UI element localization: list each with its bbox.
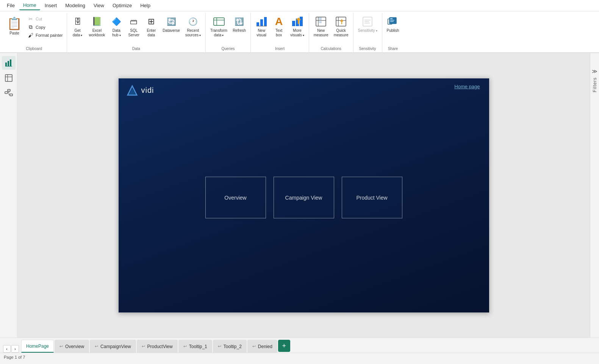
tab-next-button[interactable]: › (11, 345, 19, 353)
ribbon: 📋 Paste ✂ Cut ⧉ Copy 🖌 Format painter Cl… (0, 11, 599, 53)
sidebar-table-icon[interactable] (2, 71, 16, 85)
data-hub-button[interactable]: 🔷 Datahub▾ (108, 14, 125, 39)
tab-tooltip2[interactable]: ↩ Tooltip_2 (213, 340, 247, 353)
paste-button[interactable]: 📋 Paste (4, 14, 25, 37)
svg-rect-26 (390, 21, 394, 22)
tab-hidden-icon-3: ↩ (142, 344, 145, 349)
tab-productview[interactable]: ↩ ProductView (137, 340, 178, 353)
quick-measure-button[interactable]: Quickmeasure (332, 14, 351, 39)
ribbon-share: Publish Share (382, 13, 404, 52)
sensitivity-label: Sensitivity (356, 46, 380, 52)
enter-data-button[interactable]: ⊞ Enterdata (143, 14, 160, 39)
tab-tooltip1[interactable]: ↩ Tooltip_1 (178, 340, 212, 353)
menu-file[interactable]: File (3, 1, 19, 10)
vidi-logo-icon (126, 84, 138, 97)
tab-hidden-icon-6: ↩ (252, 344, 256, 349)
vidi-logo: vidi (126, 84, 154, 97)
tab-hidden-icon-5: ↩ (218, 344, 221, 349)
excel-workbook-button[interactable]: 📗 Excelworkbook (87, 14, 108, 39)
filters-label[interactable]: Filters (592, 77, 597, 92)
ribbon-sensitivity: Sensitivity▾ Sensitivity (353, 13, 382, 52)
sql-server-icon: 🗃 (128, 16, 140, 28)
new-visual-button[interactable]: Newvisual (253, 14, 270, 39)
publish-button[interactable]: Publish (385, 14, 402, 34)
add-tab-icon: + (282, 342, 286, 350)
svg-rect-5 (264, 17, 267, 26)
tab-tooltip1-label: Tooltip_1 (189, 344, 207, 349)
menu-insert[interactable]: Insert (41, 1, 61, 10)
svg-rect-36 (10, 94, 13, 96)
more-visuals-icon (291, 16, 303, 28)
svg-rect-4 (260, 19, 263, 26)
svg-rect-9 (300, 17, 303, 26)
add-tab-button[interactable]: + (278, 340, 290, 352)
overview-box[interactable]: Overview (205, 177, 266, 218)
status-bar: Page 1 of 7 (0, 353, 599, 361)
calculations-label: Calculations (311, 46, 351, 52)
tab-homepage[interactable]: HomePage (21, 340, 54, 353)
tab-hidden-icon-2: ↩ (95, 344, 98, 349)
text-box-button[interactable]: A Textbox (271, 14, 287, 39)
dataverse-icon: 🔄 (165, 16, 177, 28)
menu-modeling[interactable]: Modeling (61, 1, 89, 10)
tab-prev-button[interactable]: ‹ (3, 345, 11, 353)
tab-denied[interactable]: ↩ Denied (247, 340, 277, 353)
recent-sources-icon: 🕐 (187, 16, 199, 28)
copy-label: Copy (36, 25, 45, 30)
menu-optimize[interactable]: Optimize (109, 1, 136, 10)
menu-help[interactable]: Help (136, 1, 154, 10)
filters-collapse-arrow[interactable]: ≫ (592, 68, 597, 74)
sensitivity-button[interactable]: Sensitivity▾ (356, 14, 380, 34)
nav-boxes: Overview Campaign View Product View (205, 177, 402, 218)
home-page-link[interactable]: Home page (454, 84, 480, 89)
insert-section-label: Insert (253, 46, 307, 52)
paste-label: Paste (9, 31, 19, 35)
svg-rect-3 (256, 22, 259, 26)
new-measure-button[interactable]: Newmeasure (311, 14, 331, 39)
format-painter-icon: 🖌 (27, 32, 34, 38)
right-sidebar: ≫ Filters (590, 53, 599, 337)
tab-campaignview-label: CampaignView (100, 344, 131, 349)
format-painter-button[interactable]: 🖌 Format painter (26, 31, 64, 39)
new-visual-icon (255, 16, 267, 28)
tab-hidden-icon: ↩ (59, 344, 63, 349)
campaign-view-label: Campaign View (285, 194, 322, 200)
more-visuals-button[interactable]: Morevisuals▾ (288, 14, 307, 39)
publish-icon (387, 16, 399, 28)
tab-homepage-label: HomePage (26, 344, 49, 349)
menu-home[interactable]: Home (19, 1, 40, 10)
copy-icon: ⧉ (27, 24, 34, 30)
data-hub-icon: 🔷 (110, 16, 122, 28)
refresh-button[interactable]: 🔃 Refresh (230, 14, 248, 34)
data-label: Data (69, 46, 203, 52)
recent-sources-button[interactable]: 🕐 Recentsources▾ (183, 14, 203, 39)
get-data-button[interactable]: 🗄 Getdata▾ (69, 14, 86, 39)
sql-server-button[interactable]: 🗃 SQLServer (125, 14, 142, 39)
left-sidebar (0, 53, 17, 337)
svg-rect-27 (5, 62, 7, 66)
svg-rect-25 (390, 20, 394, 21)
menu-view[interactable]: View (90, 1, 108, 10)
tab-hidden-icon-4: ↩ (183, 344, 187, 349)
tab-campaignview[interactable]: ↩ CampaignView (90, 340, 136, 353)
get-data-icon: 🗄 (72, 16, 84, 28)
report-canvas: vidi Home page Overview Campaign View Pr… (118, 78, 490, 313)
cut-icon: ✂ (27, 16, 34, 22)
svg-rect-34 (5, 92, 8, 94)
clipboard-label: Clipboard (4, 46, 64, 52)
campaign-view-box[interactable]: Campaign View (274, 177, 334, 218)
transform-data-button[interactable]: Transformdata▾ (208, 14, 230, 39)
cut-button[interactable]: ✂ Cut (26, 15, 64, 23)
tab-denied-label: Denied (258, 344, 272, 349)
product-view-box[interactable]: Product View (342, 177, 402, 218)
dataverse-button[interactable]: 🔄 Dataverse (160, 14, 182, 34)
tab-overview[interactable]: ↩ Overview (55, 340, 89, 353)
ribbon-queries: Transformdata▾ 🔃 Refresh Queries (206, 13, 251, 52)
share-label: Share (385, 46, 402, 52)
menu-bar: File Home Insert Modeling View Optimize … (0, 0, 599, 11)
ribbon-clipboard: 📋 Paste ✂ Cut ⧉ Copy 🖌 Format painter Cl… (2, 13, 67, 52)
copy-button[interactable]: ⧉ Copy (26, 23, 64, 31)
svg-rect-0 (214, 18, 224, 25)
sidebar-model-icon[interactable] (2, 86, 16, 100)
sidebar-report-icon[interactable] (2, 56, 16, 70)
